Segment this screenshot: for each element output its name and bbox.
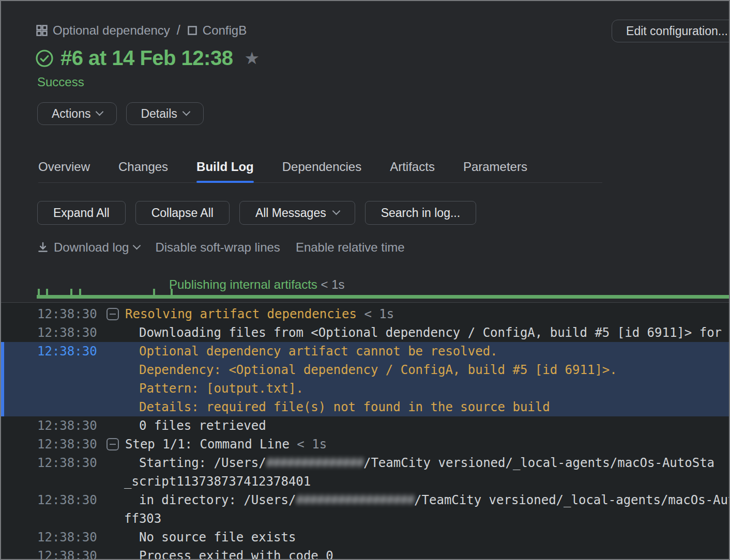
log-message: ff303 [97, 509, 161, 528]
log-text-segment: /TeamCity versioned/_local-agents/macOs-… [414, 491, 729, 509]
tab-build-log[interactable]: Build Log [196, 158, 254, 182]
timeline-bar[interactable] [37, 295, 729, 299]
log-row[interactable]: 12:38:30Resolving artifact dependencies … [1, 305, 729, 323]
log-text-segment: in directory: /Users/ [139, 491, 296, 509]
log-text-segment: Details: required file(s) not found in t… [139, 398, 550, 416]
log-message: Process exited with code 0 [97, 547, 333, 560]
details-label: Details [141, 107, 177, 121]
timeline-tick [38, 289, 40, 295]
tab-overview[interactable]: Overview [38, 158, 90, 182]
chevron-down-icon [182, 108, 190, 116]
relative-time-toggle-link[interactable]: Enable relative time [296, 240, 405, 255]
log-message: Resolving artifact dependencies < 1s [97, 305, 394, 323]
log-timestamp: 12:38:30 [37, 416, 97, 435]
breadcrumb-separator: / [176, 23, 181, 38]
project-grid-icon [36, 25, 48, 36]
log-message: 0 files retrieved [97, 416, 266, 435]
log-row[interactable]: 12:38:300 files retrieved [1, 416, 729, 435]
tab-changes[interactable]: Changes [118, 158, 168, 182]
log-text-segment: 0 files retrieved [139, 416, 266, 435]
actions-label: Actions [52, 107, 90, 121]
redacted-text: ################# [296, 491, 414, 509]
breadcrumb-project-label: Optional dependency [53, 23, 170, 38]
download-log-link[interactable]: Download log [37, 240, 140, 255]
success-check-icon [35, 49, 54, 68]
build-page: Optional dependency / ConfigB Edit confi… [0, 0, 730, 560]
tab-artifacts[interactable]: Artifacts [390, 158, 435, 182]
log-timestamp: 12:38:30 [37, 323, 97, 342]
log-row[interactable]: Dependency: <Optional dependency / Confi… [1, 361, 729, 379]
collapse-icon[interactable] [107, 438, 119, 450]
log-row[interactable]: Details: required file(s) not found in t… [1, 398, 729, 416]
log-row[interactable]: 12:38:30Step 1/1: Command Line < 1s [1, 435, 729, 454]
breadcrumb-project[interactable]: Optional dependency [36, 23, 170, 38]
log-row[interactable]: 12:38:30No source file exists [1, 528, 729, 547]
log-message: _script113738737412378401 [97, 472, 311, 491]
log-rows: 12:38:30Resolving artifact dependencies … [1, 305, 729, 560]
chevron-down-icon [133, 242, 141, 250]
log-row[interactable]: 12:38:30Process exited with code 0 [1, 547, 729, 560]
stage-duration: < 1s [317, 277, 345, 291]
log-message: Pattern: [output.txt]. [97, 379, 303, 398]
log-text-segment: Starting: /Users/ [139, 454, 266, 472]
log-message: Optional dependency artifact cannot be r… [97, 342, 498, 361]
log-timestamp: 12:38:30 [37, 491, 97, 509]
chevron-down-icon [96, 108, 104, 116]
log-text-segment: Optional dependency artifact cannot be r… [139, 342, 498, 361]
action-buttons: Actions Details [37, 102, 204, 125]
log-text-segment: Process exited with code 0 [139, 547, 333, 560]
expand-all-button[interactable]: Expand All [37, 201, 126, 225]
timeline-tick [70, 289, 72, 295]
star-favorite-icon[interactable]: ★ [244, 50, 260, 67]
log-text-segment: Resolving artifact dependencies [125, 305, 357, 323]
log-row[interactable]: 12:38:30Optional dependency artifact can… [1, 342, 729, 361]
log-row[interactable]: ff303 [1, 509, 729, 528]
build-log[interactable]: 12:38:30Resolving artifact dependencies … [1, 302, 729, 560]
log-toolbar: Expand All Collapse All All Messages Sea… [37, 201, 476, 225]
timeline-tick [79, 289, 81, 295]
all-messages-label: All Messages [255, 206, 326, 220]
log-text-segment: Step 1/1: Command Line [125, 435, 290, 454]
timeline-stage-label: Publishing internal artifacts < 1s [169, 277, 345, 292]
log-message: Dependency: <Optional dependency / Confi… [97, 361, 617, 379]
breadcrumb-config[interactable]: ConfigB [187, 23, 247, 38]
log-text-segment: No source file exists [139, 528, 296, 547]
collapse-all-button[interactable]: Collapse All [135, 201, 230, 225]
relative-time-label: Enable relative time [296, 240, 405, 255]
log-row[interactable]: 12:38:30in directory: /Users/###########… [1, 491, 729, 509]
log-row[interactable]: 12:38:30Downloading files from <Optional… [1, 323, 729, 342]
timeline-tick [46, 289, 48, 295]
log-timestamp: 12:38:30 [37, 435, 97, 454]
timeline-tick [153, 289, 155, 295]
tab-dependencies[interactable]: Dependencies [282, 158, 361, 182]
edit-configuration-label: Edit configuration... [626, 24, 728, 38]
tab-bar: OverviewChangesBuild LogDependenciesArti… [38, 158, 602, 183]
log-row[interactable]: Pattern: [output.txt]. [1, 379, 729, 398]
log-timestamp: 12:38:30 [37, 305, 97, 323]
log-row[interactable]: 12:38:30Starting: /Users/##############/… [1, 454, 729, 472]
soft-wrap-toggle-link[interactable]: Disable soft-wrap lines [155, 240, 280, 255]
edit-configuration-button[interactable]: Edit configuration... [612, 20, 730, 42]
log-text-segment: Downloading files from <Optional depende… [139, 323, 722, 342]
redacted-text: ############## [266, 454, 363, 472]
log-row[interactable]: _script113738737412378401 [1, 472, 729, 491]
details-button[interactable]: Details [126, 102, 203, 125]
build-config-icon [187, 25, 197, 36]
log-text-segment: Dependency: <Optional dependency / Confi… [139, 361, 617, 379]
tab-parameters[interactable]: Parameters [463, 158, 527, 182]
log-message: in directory: /Users/#################/T… [97, 491, 729, 509]
log-controls: Download log Disable soft-wrap lines Ena… [37, 240, 405, 255]
breadcrumb: Optional dependency / ConfigB [36, 23, 247, 38]
log-timestamp: 12:38:30 [37, 454, 97, 472]
search-in-log-label: Search in log... [381, 206, 460, 220]
status-badge: Success [37, 75, 84, 89]
actions-button[interactable]: Actions [37, 102, 117, 125]
all-messages-dropdown[interactable]: All Messages [239, 201, 355, 225]
log-message: Starting: /Users/##############/TeamCity… [97, 454, 714, 472]
page-title: #6 at 14 Feb 12:38 [60, 46, 233, 70]
search-in-log-button[interactable]: Search in log... [365, 201, 476, 225]
log-message: Downloading files from <Optional depende… [97, 323, 722, 342]
breadcrumb-config-label: ConfigB [203, 23, 247, 38]
collapse-icon[interactable] [107, 308, 119, 320]
log-text-segment: < 1s [290, 435, 327, 454]
